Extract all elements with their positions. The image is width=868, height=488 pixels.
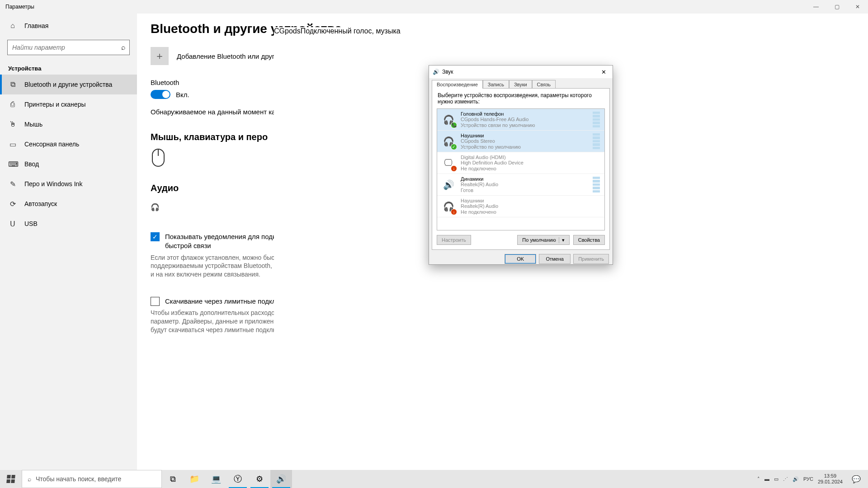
sidebar-search-wrap: ⌕ bbox=[0, 36, 137, 57]
app-button[interactable]: 💻 bbox=[205, 470, 227, 488]
sidebar-search-input[interactable] bbox=[11, 43, 121, 52]
headset-icon: 🎧 bbox=[151, 203, 160, 211]
headset-icon: 🎧✓ bbox=[441, 134, 456, 149]
windows-logo-icon bbox=[6, 475, 15, 483]
wifi-icon[interactable]: ⋰ bbox=[783, 476, 788, 482]
sound-dialog: 🔊 Звук ✕ Воспроизведение Запись Звуки Св… bbox=[429, 65, 613, 265]
tab-playback[interactable]: Воспроизведение bbox=[432, 80, 483, 89]
sidebar-item-printers[interactable]: ⎙ Принтеры и сканеры bbox=[0, 94, 137, 114]
sound-device-headphones-realtek[interactable]: 🎧↓ Наушники Realtek(R) Audio Не подключе… bbox=[437, 196, 604, 217]
sidebar-item-label: Принтеры и сканеры bbox=[24, 101, 85, 108]
sidebar-home-label: Главная bbox=[24, 22, 48, 29]
sidebar-item-label: USB bbox=[24, 220, 38, 227]
display-icon[interactable]: ▭ bbox=[774, 476, 778, 482]
sidebar-item-mouse[interactable]: 🖱 Мышь bbox=[0, 114, 137, 134]
task-view-button[interactable]: ⧉ bbox=[162, 470, 184, 488]
taskbar-search-placeholder: Чтобы начать поиск, введите bbox=[36, 475, 121, 483]
bluetooth-toggle-label: Вкл. bbox=[176, 91, 189, 99]
mouse-device-icon bbox=[151, 149, 166, 167]
settings-button[interactable]: ⚙ bbox=[249, 470, 270, 488]
sidebar-item-label: Сенсорная панель bbox=[24, 141, 79, 148]
apply-button[interactable]: Применить bbox=[573, 254, 609, 264]
pen-icon: ✎ bbox=[8, 180, 17, 188]
headset-icon: 🎧📞 bbox=[441, 112, 456, 127]
sidebar-item-autoplay[interactable]: ⟳ Автозапуск bbox=[0, 194, 137, 214]
clock[interactable]: 13:59 29.01.2024 bbox=[818, 473, 843, 484]
level-meter bbox=[593, 177, 600, 192]
sidebar-item-label: Ввод bbox=[24, 160, 39, 168]
sidebar-item-pen[interactable]: ✎ Перо и Windows Ink bbox=[0, 174, 137, 194]
start-button[interactable] bbox=[0, 470, 22, 488]
sound-dialog-titlebar: 🔊 Звук ✕ bbox=[429, 66, 613, 78]
clock-time: 13:59 bbox=[818, 473, 843, 479]
lang-indicator[interactable]: РУС bbox=[803, 476, 813, 482]
battery-icon[interactable]: ▬ bbox=[764, 476, 769, 482]
sidebar-item-label: Мышь bbox=[24, 121, 42, 128]
sound-device-speakers[interactable]: 🔊 Динамики Realtek(R) Audio Готов bbox=[437, 174, 604, 196]
action-center-button[interactable]: 💬 bbox=[847, 470, 865, 488]
taskbar-search[interactable]: ⌕ Чтобы начать поиск, введите bbox=[22, 470, 162, 488]
cancel-button[interactable]: Отмена bbox=[539, 254, 571, 264]
sidebar-home[interactable]: ⌂ Главная bbox=[0, 15, 137, 36]
taskbar-apps: ⧉ 📁 💻 Ⓨ ⚙ 🔊 bbox=[162, 470, 292, 488]
window-controls: — ▢ ✕ bbox=[806, 0, 868, 14]
sound-tabs: Воспроизведение Запись Звуки Связь bbox=[429, 78, 613, 89]
device-audio[interactable]: 🎧 CGpods Подключенный голос, музыка ▬▬ 9… bbox=[151, 200, 349, 214]
keyboard-icon: ⌨ bbox=[8, 160, 17, 169]
system-tray: ˄ ▬ ▭ ⋰ 🔊 РУС 13:59 29.01.2024 💬 bbox=[757, 470, 868, 488]
properties-button[interactable]: Свойства bbox=[573, 235, 605, 245]
sidebar-item-touchpad[interactable]: ▭ Сенсорная панель bbox=[0, 134, 137, 154]
checkbox-swift-pair[interactable]: ✓ bbox=[151, 232, 160, 241]
ok-button[interactable]: OK bbox=[505, 254, 536, 264]
touchpad-icon: ▭ bbox=[8, 140, 17, 149]
sound-bottom-row: Настроить По умолчанию Свойства bbox=[437, 235, 605, 245]
clock-date: 29.01.2024 bbox=[818, 479, 843, 485]
sound-panel-button[interactable]: 🔊 bbox=[270, 470, 292, 488]
sound-instruction: Выберите устройство воспроизведения, пар… bbox=[438, 92, 605, 105]
home-icon: ⌂ bbox=[8, 22, 17, 30]
sidebar-item-typing[interactable]: ⌨ Ввод bbox=[0, 154, 137, 174]
audio-device-name: CGpods bbox=[274, 27, 301, 452]
close-button[interactable]: ✕ bbox=[847, 0, 868, 14]
speaker-icon: 🔊 bbox=[433, 69, 439, 75]
sound-device-handsfree[interactable]: 🎧📞 Головной телефон CGpods Hands-Free AG… bbox=[437, 109, 604, 131]
checkbox-metered[interactable] bbox=[151, 297, 160, 306]
devices-icon: ⧉ bbox=[8, 80, 17, 89]
bluetooth-toggle[interactable] bbox=[151, 90, 170, 99]
sound-dialog-title: Звук bbox=[442, 69, 453, 75]
set-default-button[interactable]: По умолчанию bbox=[517, 235, 569, 245]
minimize-button[interactable]: — bbox=[806, 0, 826, 14]
tray-chevron[interactable]: ˄ bbox=[757, 476, 760, 482]
tab-recording[interactable]: Запись bbox=[483, 80, 509, 89]
search-icon: ⌕ bbox=[121, 43, 126, 52]
sound-device-hdmi[interactable]: 🖵↓ Digital Audio (HDMI) High Definition … bbox=[437, 152, 604, 174]
sidebar-item-bluetooth[interactable]: ⧉ Bluetooth и другие устройства bbox=[0, 75, 137, 94]
sound-dialog-footer: OK Отмена Применить bbox=[429, 250, 613, 267]
sidebar-search[interactable]: ⌕ bbox=[7, 40, 130, 55]
sound-dialog-close[interactable]: ✕ bbox=[594, 69, 613, 75]
headset-icon: 🎧↓ bbox=[441, 199, 456, 214]
tab-sounds[interactable]: Звуки bbox=[509, 80, 532, 89]
volume-icon[interactable]: 🔊 bbox=[793, 476, 799, 482]
mouse-icon: 🖱 bbox=[8, 120, 17, 128]
configure-button[interactable]: Настроить bbox=[437, 235, 471, 245]
sidebar-item-label: Перо и Windows Ink bbox=[24, 180, 82, 188]
sidebar: ⌂ Главная ⌕ Устройства ⧉ Bluetooth и дру… bbox=[0, 14, 137, 470]
sidebar-item-label: Bluetooth и другие устройства bbox=[24, 81, 112, 88]
explorer-button[interactable]: 📁 bbox=[184, 470, 205, 488]
usb-icon: ꓴ bbox=[8, 220, 17, 228]
tab-communications[interactable]: Связь bbox=[532, 80, 556, 89]
search-icon: ⌕ bbox=[28, 475, 31, 483]
sidebar-item-label: Автозапуск bbox=[24, 200, 57, 207]
yandex-browser-button[interactable]: Ⓨ bbox=[227, 470, 249, 488]
sound-device-stereo[interactable]: 🎧✓ Наушники CGpods Stereo Устройство по … bbox=[437, 131, 604, 152]
maximize-button[interactable]: ▢ bbox=[826, 0, 847, 14]
sound-tabpage: Выберите устройство воспроизведения, пар… bbox=[432, 88, 610, 250]
autoplay-icon: ⟳ bbox=[8, 200, 17, 208]
plus-icon: ＋ bbox=[151, 47, 169, 65]
taskbar: ⌕ Чтобы начать поиск, введите ⧉ 📁 💻 Ⓨ ⚙ … bbox=[0, 470, 868, 488]
monitor-icon: 🖵↓ bbox=[441, 155, 456, 171]
sound-device-list: 🎧📞 Головной телефон CGpods Hands-Free AG… bbox=[437, 108, 605, 230]
printer-icon: ⎙ bbox=[8, 100, 17, 108]
sidebar-item-usb[interactable]: ꓴ USB bbox=[0, 214, 137, 234]
